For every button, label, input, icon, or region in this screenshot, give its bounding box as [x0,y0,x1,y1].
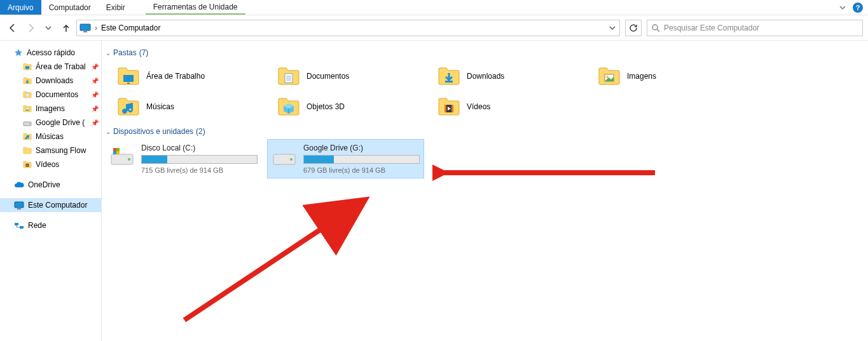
gdrive-icon [23,118,32,127]
address-bar[interactable]: › Este Computador [76,20,620,36]
svg-rect-39 [113,151,116,154]
drive-free-space: 715 GB livre(s) de 914 GB [141,166,258,174]
up-button[interactable] [59,20,74,36]
folder-item[interactable]: Vídeos [426,91,586,122]
sidebar-item-label: Área de Trabal [36,62,86,71]
help-icon[interactable]: ? [853,3,863,13]
sidebar-item-label: Documentos [36,90,78,99]
section-count: (2) [196,127,205,136]
sidebar-quick-item[interactable]: Vídeos [0,157,101,171]
folder-item[interactable]: Imagens [586,61,747,91]
svg-rect-5 [27,69,28,70]
this-pc-icon [79,23,91,32]
sidebar-label: OneDrive [28,180,60,189]
folder-label: Downloads [467,72,504,81]
search-placeholder: Pesquisar Este Computador [664,23,759,32]
svg-rect-32 [444,105,446,112]
chevron-down-icon: ⌄ [106,50,111,57]
folder-item[interactable]: Área de Trabalho [106,61,266,91]
menu-view[interactable]: Exibir [99,0,133,15]
section-folders-header[interactable]: ⌄ Pastas (7) [106,48,864,57]
breadcrumb-root[interactable]: Este Computador [101,23,160,32]
sidebar-quick-item[interactable]: Google Drive (📌 [0,116,101,130]
chevron-down-icon: ⌄ [106,128,111,135]
sidebar-quick-item[interactable]: Músicas [0,130,101,144]
music-icon [117,95,140,118]
folder-item[interactable]: Objetos 3D [266,91,426,122]
cloud-icon [14,181,24,189]
drive-item[interactable]: Disco Local (C:) 715 GB livre(s) de 914 … [106,140,261,178]
sidebar-onedrive[interactable]: OneDrive [0,178,101,192]
ribbon-expand-icon[interactable] [837,3,848,13]
drive-info: Google Drive (G:) 679 GB livre(s) de 914… [303,144,420,174]
drives-grid: Disco Local (C:) 715 GB livre(s) de 914 … [106,140,864,178]
svg-rect-20 [15,223,18,225]
sidebar-quick-item[interactable]: Samsung Flow [0,144,101,157]
sidebar-item-label: Músicas [36,132,64,141]
sidebar-quick-item[interactable]: Imagens📌 [0,102,101,116]
menu-computer[interactable]: Computador [41,0,99,15]
svg-rect-17 [29,164,29,167]
search-icon [651,23,660,32]
svg-rect-18 [15,202,24,208]
videos-icon [437,95,460,118]
sidebar-item-label: Vídeos [36,160,59,169]
svg-rect-28 [445,81,453,83]
network-icon [14,222,24,230]
drive-info: Disco Local (C:) 715 GB livre(s) de 914 … [141,144,258,174]
forward-button[interactable] [23,20,38,36]
svg-rect-21 [20,226,24,229]
nav-bar: › Este Computador Pesquisar Este Computa… [0,15,868,41]
pin-icon: 📌 [91,91,99,98]
svg-point-30 [606,76,609,78]
search-box[interactable]: Pesquisar Este Computador [647,20,863,36]
sidebar-quick-access[interactable]: Acesso rápido [0,46,101,60]
sidebar-label: Acesso rápido [27,48,75,57]
folder-label: Documentos [307,72,349,81]
pin-icon: 📌 [91,77,99,84]
svg-point-42 [290,158,293,161]
pin-icon: 📌 [91,105,99,112]
svg-point-12 [26,109,27,110]
sidebar-quick-item[interactable]: Área de Trabal📌 [0,60,101,74]
folder-item[interactable]: Músicas [106,91,266,122]
recent-dropdown-icon[interactable] [41,20,56,36]
star-icon [14,48,23,57]
folder-label: Objetos 3D [307,102,345,111]
sidebar-network[interactable]: Rede [0,218,101,232]
drive-name: Disco Local (C:) [141,144,258,152]
sidebar-quick-item[interactable]: Documentos📌 [0,88,101,102]
content-area: ⌄ Pastas (7) Área de TrabalhoDocumentosD… [102,41,868,341]
svg-point-2 [652,25,658,30]
svg-rect-16 [25,164,26,167]
folder-item[interactable]: Downloads [426,61,586,91]
videos-icon [23,160,32,169]
svg-rect-0 [80,24,90,30]
back-button[interactable] [5,20,20,36]
pictures-icon [598,65,621,88]
svg-rect-38 [116,148,120,151]
svg-rect-37 [113,148,116,151]
pictures-icon [23,104,32,113]
refresh-button[interactable] [625,20,642,36]
folder-item[interactable]: Documentos [266,61,426,91]
breadcrumb-chevron-icon[interactable]: › [95,23,97,32]
sidebar-item-label: Imagens [36,104,65,113]
pin-icon: 📌 [91,64,99,70]
downloads-icon [23,76,32,85]
section-drives-header[interactable]: ⌄ Dispositivos e unidades (2) [106,127,864,136]
section-label: Dispositivos e unidades [113,127,193,136]
folder-label: Área de Trabalho [146,72,205,81]
drive-icon [109,144,135,169]
annotation-arrow-icon [178,180,382,326]
menu-file[interactable]: Arquivo [0,0,41,15]
objects3d-icon [277,95,300,118]
music-icon [23,132,32,141]
sidebar-this-pc[interactable]: Este Computador [0,198,101,212]
folder-label: Músicas [146,102,174,111]
downloads-icon [437,65,460,88]
menu-drive-tools[interactable]: Ferramentas de Unidade [146,0,245,15]
address-dropdown-icon[interactable] [609,25,616,31]
drive-item[interactable]: Google Drive (G:) 679 GB livre(s) de 914… [268,140,424,178]
sidebar-quick-item[interactable]: Downloads📌 [0,74,101,88]
